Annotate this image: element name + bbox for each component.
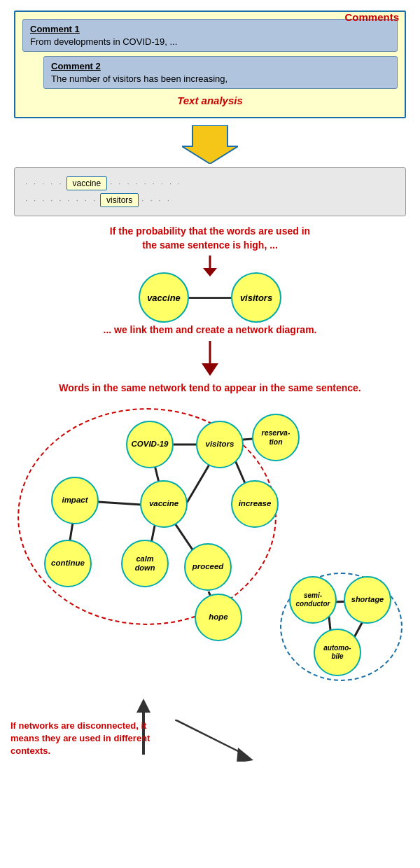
svg-marker-2 [203, 268, 217, 276]
token-section: · · · · · vaccine · · · · · · · · · · · … [14, 167, 406, 216]
svg-marker-20 [237, 748, 253, 762]
node-proceed: proceed [184, 543, 232, 591]
network-desc-text: Words in the same network tend to appear… [10, 382, 410, 396]
node-continue: continue [44, 540, 92, 587]
node-visitors-small: visitors [231, 272, 281, 323]
comment-1-box: Comment 1 From developments in COVID-19,… [22, 19, 398, 52]
dots-2a: · · · · · · · · · [25, 196, 97, 204]
node-covid19: COVID-19 [126, 421, 174, 468]
bottom-section: If networks are disconnected, it means t… [10, 699, 410, 790]
node-calmdown: calmdown [121, 540, 169, 587]
small-network: vaccine visitors [0, 255, 420, 318]
comment-1-text: From developments in COVID-19, ... [30, 36, 390, 47]
node-semiconductor: semi-conductor [289, 576, 337, 624]
comment-2-text: The number of visitors has been increasi… [51, 74, 390, 84]
node-vaccine-large: vaccine [140, 480, 188, 528]
token-row-2: · · · · · · · · · visitors · · · · [25, 193, 395, 207]
svg-marker-0 [182, 125, 238, 164]
svg-marker-4 [202, 363, 218, 376]
connection-line [189, 297, 231, 299]
node-automobile: automo-bile [314, 629, 361, 676]
dots-2b: · · · · [141, 196, 171, 204]
disconnected-text: If networks are disconnected, it means t… [10, 720, 164, 758]
token-vaccine: vaccine [66, 176, 108, 190]
arrow-down-yellow [0, 125, 420, 164]
dots-1b: · · · · · · · · · [110, 179, 182, 188]
comment-2-box: Comment 2 The number of visitors has bee… [43, 56, 398, 89]
arrow-down-dark-red [0, 341, 420, 376]
comments-label: Comments [344, 11, 399, 23]
arrow-diagonal-svg [175, 720, 259, 762]
node-increase: increase [231, 480, 279, 528]
node-shortage: shortage [344, 576, 391, 624]
svg-line-19 [175, 720, 245, 755]
comment-1-title: Comment 1 [30, 24, 390, 34]
text-analysis-label: Text analysis [22, 94, 398, 106]
node-hope: hope [195, 594, 242, 641]
large-network-diagram: COVID-19 visitors reserva-tion impact va… [10, 401, 410, 695]
dots-1a: · · · · · [25, 179, 64, 188]
probability-text: If the probability that the words are us… [14, 225, 406, 252]
node-reservation: reserva-tion [252, 414, 300, 461]
comment-2-title: Comment 2 [51, 61, 390, 71]
token-row-1: · · · · · vaccine · · · · · · · · · [25, 176, 395, 190]
node-visitors: visitors [196, 421, 244, 468]
node-impact: impact [51, 477, 99, 524]
link-text: ... we link them and create a network di… [14, 324, 406, 335]
comments-section: Comments Comment 1 From developments in … [14, 10, 406, 118]
token-visitors: visitors [100, 193, 139, 207]
node-vaccine-small: vaccine [139, 272, 189, 323]
